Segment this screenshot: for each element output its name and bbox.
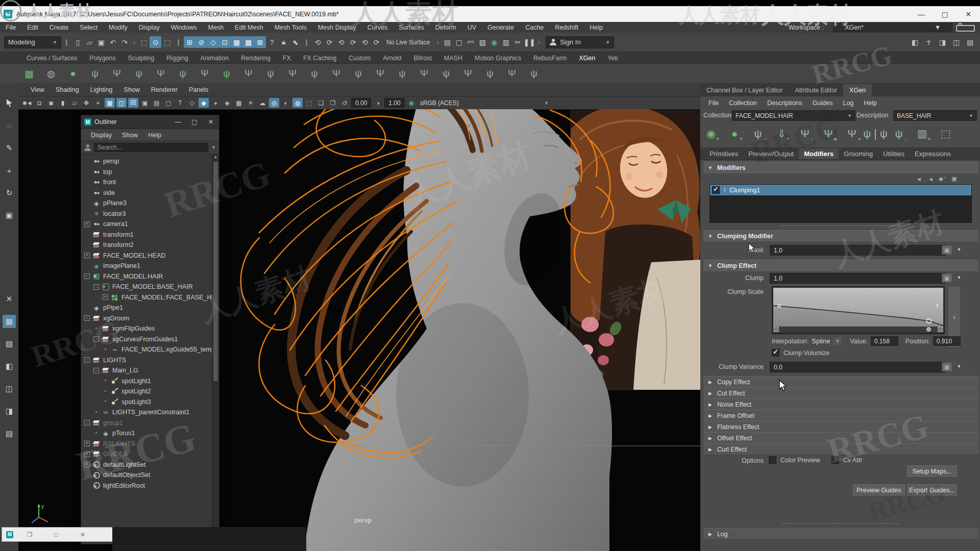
expand-toggle[interactable] — [84, 472, 90, 478]
field-chart-icon[interactable]: ▤ — [152, 98, 162, 108]
persp-outliner-layout-icon[interactable]: ◨ — [3, 405, 16, 418]
expand-toggle[interactable] — [84, 180, 90, 185]
outliner-row[interactable]: pTorus1 — [81, 428, 212, 439]
construction-history-icon[interactable]: ⟲ — [335, 36, 347, 48]
xgen-menu-collection[interactable]: Collection — [724, 99, 762, 107]
image-plane-icon[interactable]: ▱ — [69, 98, 80, 108]
expand-toggle[interactable] — [84, 305, 90, 311]
width-brush-icon[interactable]: ψ — [263, 66, 278, 81]
outliner-layout-icon[interactable]: ▤ — [3, 427, 16, 440]
tool-settings-toggle-icon[interactable]: ◫ — [950, 36, 962, 48]
render-region-icon[interactable]: ▢ — [453, 36, 465, 48]
cv-attr-checkbox[interactable] — [831, 456, 839, 464]
help-icon[interactable]: ? — [266, 36, 278, 48]
direction-brush-icon[interactable]: Ψ — [285, 66, 300, 81]
add-description-icon[interactable]: ψ+ — [749, 125, 767, 142]
mask-field[interactable]: 1.0 — [770, 245, 946, 256]
offset-effect-accordion[interactable]: ▶Offset Effect — [703, 432, 979, 444]
menu-mesh-tools[interactable]: Mesh Tools — [269, 24, 312, 31]
expand-toggle[interactable]: - — [84, 273, 90, 279]
shelf-tab[interactable]: Rendering — [235, 53, 277, 63]
menu-file[interactable]: File — [0, 24, 21, 31]
outliner-row[interactable]: +RSLIGHTS — [81, 439, 212, 449]
sign-in-dropdown[interactable]: Sign In ▼ — [546, 36, 614, 48]
chevron-down-icon[interactable]: ▼ — [544, 101, 549, 106]
shelf-tab-xgen-active[interactable]: XGen — [573, 53, 601, 63]
minimize-button[interactable]: — — [170, 118, 186, 126]
outliner-scrollbar[interactable]: ▲ — [212, 154, 219, 544]
attribute-editor-toggle-icon[interactable]: ◨ — [937, 36, 948, 48]
maximize-button[interactable]: ▢ — [186, 118, 203, 126]
chevron-down-icon[interactable]: ▼ — [955, 273, 963, 282]
render-sequence-icon[interactable]: ▥ — [500, 36, 512, 48]
snap-plane-icon[interactable]: ⊡ — [219, 36, 231, 48]
outliner-row[interactable]: transform2 — [81, 240, 212, 251]
shelf-tab[interactable]: Sculpting — [122, 53, 160, 63]
outliner-row[interactable]: xgmFlipGuides — [81, 323, 212, 334]
highlight-selection-icon[interactable]: ⬉ — [289, 36, 301, 48]
minimized-window-titlebar[interactable]: M ❐ □ ✕ — [2, 527, 113, 542]
outliner-menu-display[interactable]: Display — [86, 132, 116, 139]
modifiers-section-header[interactable]: ▼ Modifiers — [703, 162, 978, 174]
snap-surface-icon[interactable]: ▦ — [231, 36, 242, 48]
snap-grid-icon[interactable]: ⊞ — [184, 36, 195, 48]
xgen-expressions-icon[interactable]: ψ — [526, 66, 542, 81]
lock-workspace-icon[interactable] — [956, 25, 975, 32]
clump-scale-ramp[interactable]: R T — [772, 286, 945, 334]
panel-menu-panels[interactable]: Panels — [184, 86, 213, 93]
menu-cache[interactable]: Cache — [520, 24, 549, 31]
comb-tool-icon[interactable]: ψ — [131, 66, 146, 81]
snap-view-icon[interactable]: ⊠ — [254, 36, 266, 48]
modifier-enabled-checkbox[interactable] — [712, 186, 720, 194]
length-brush-icon[interactable]: Ψ — [241, 66, 256, 81]
expand-toggle[interactable] — [84, 483, 90, 488]
splitter-handle[interactable] — [782, 523, 899, 524]
menu-mesh-display[interactable]: Mesh Display — [312, 24, 362, 31]
subtab-expressions[interactable]: Expressions — [910, 148, 956, 159]
modifier-folder-icon[interactable]: ▣ — [950, 175, 959, 183]
wireframe-mode-icon[interactable]: ◇ — [187, 98, 197, 108]
chevron-down-icon[interactable]: ▼ — [955, 245, 963, 254]
ipr-render-icon[interactable]: IPR — [465, 36, 477, 48]
film-gate-icon[interactable]: ◫ — [116, 98, 127, 108]
convert-guides-icon[interactable]: Ψ — [416, 66, 432, 81]
value-field[interactable]: 0.158 — [871, 336, 898, 346]
menu-edit[interactable]: Edit — [21, 24, 44, 31]
panel-menu-show[interactable]: Show — [119, 86, 145, 93]
shelf-tab[interactable]: Animation — [194, 53, 235, 63]
setup-maps-button[interactable]: Setup Maps... — [907, 465, 957, 478]
uv-texture-tool-icon[interactable]: ▦ — [3, 315, 16, 328]
export-patches-icon[interactable]: Ψ — [460, 66, 476, 81]
menu-modify[interactable]: Modify — [103, 24, 133, 31]
resolution-gate-icon[interactable]: 回 — [128, 98, 138, 108]
expand-toggle[interactable]: - — [93, 284, 99, 290]
single-pane-layout-icon[interactable]: ◧ — [3, 360, 16, 373]
toggle-guide-display-icon[interactable]: Ψ◉ — [820, 125, 837, 142]
expand-toggle[interactable] — [103, 389, 108, 394]
shelf-tab[interactable]: RebusFarm — [527, 53, 573, 63]
outliner-row[interactable]: LIGHTS_parentConstraint1 — [81, 407, 212, 418]
select-camera-icon[interactable]: ■◄ — [22, 98, 33, 108]
subtab-preview-output[interactable]: Preview/Output — [743, 148, 799, 159]
render-current-frame-icon[interactable]: ▤ — [442, 36, 453, 48]
clump-tool-icon[interactable]: Ψ — [153, 66, 168, 81]
construction-history-icon[interactable]: ⟲ — [359, 36, 371, 48]
gamma-icon[interactable]: ◑ — [373, 98, 383, 108]
workspace-dropdown[interactable]: XGen* ▼ — [833, 23, 952, 32]
expand-toggle[interactable] — [84, 242, 90, 248]
xgen-menu-descriptions[interactable]: Descriptions — [762, 99, 807, 107]
collapse-chevron-icon[interactable]: › — [436, 38, 438, 46]
make-live-icon[interactable]: ▩ — [242, 36, 254, 48]
color-preview-checkbox[interactable] — [769, 456, 776, 464]
expand-toggle[interactable] — [93, 410, 99, 415]
log-section-header[interactable]: ▶ Log — [703, 528, 979, 540]
expand-toggle[interactable] — [103, 399, 108, 405]
add-guide-icon[interactable]: Ψ+ — [796, 125, 814, 142]
expand-toggle[interactable]: + — [84, 221, 90, 227]
xray-icon[interactable]: ❏ — [316, 98, 326, 108]
expand-toggle[interactable]: + — [84, 253, 90, 258]
expand-toggle[interactable] — [84, 201, 90, 206]
expand-toggle[interactable] — [84, 263, 90, 269]
smooth-brush-icon[interactable]: ψ — [307, 66, 322, 81]
subtab-grooming[interactable]: Grooming — [839, 148, 878, 159]
